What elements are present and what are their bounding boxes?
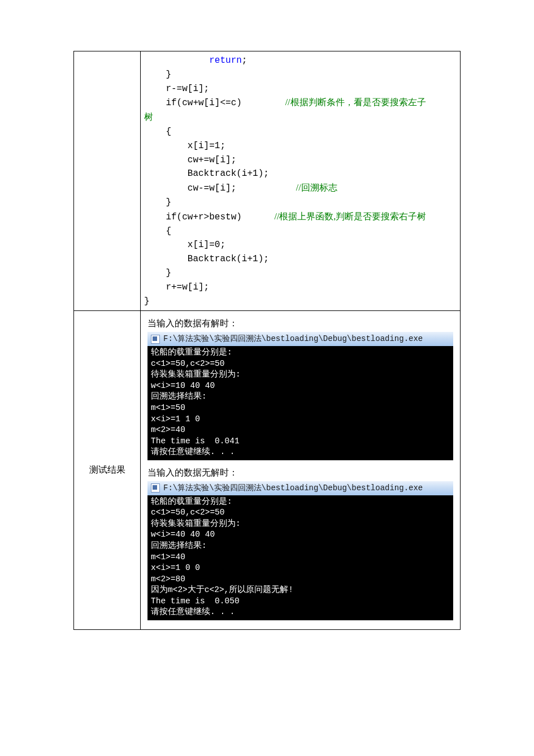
code-line: Backtrack(i+1); — [144, 254, 269, 264]
code-row-label-cell — [74, 51, 141, 311]
code-line: } — [144, 197, 171, 208]
console-titlebar: F:\算法实验\实验四回溯法\bestloading\Debug\bestloa… — [147, 481, 453, 495]
code-text: cw-=w[i]; — [144, 183, 296, 193]
code-line: cw+=w[i]; — [144, 155, 236, 165]
console-title-text: F:\算法实验\实验四回溯法\bestloading\Debug\bestloa… — [163, 334, 423, 344]
console-ok: F:\算法实验\实验四回溯法\bestloading\Debug\bestloa… — [147, 332, 453, 460]
code-comment: //根据判断条件，看是否要搜索左子 — [285, 97, 426, 107]
console-body-no: 轮船的载重量分别是: c<1>=50,c<2>=50 待装集装箱重量分别为: w… — [147, 495, 453, 620]
code-line: } — [144, 296, 150, 306]
code-line: } — [144, 70, 171, 80]
code-line: r+=w[i]; — [144, 282, 209, 292]
code-comment: //回溯标志 — [296, 183, 337, 192]
content-table: return; } r-=w[i]; if(cw+w[i]<=c) //根据判断… — [73, 51, 461, 630]
code-line: r-=w[i]; — [144, 84, 209, 94]
code-line: { — [144, 127, 171, 137]
console-no: F:\算法实验\实验四回溯法\bestloading\Debug\bestloa… — [147, 481, 453, 620]
intro-has-solution: 当输入的数据有解时： — [147, 318, 453, 330]
code-comment: //根据上界函数,判断是否要搜索右子树 — [274, 211, 426, 221]
code-line: if(cw+r>bestw) //根据上界函数,判断是否要搜索右子树 — [144, 212, 426, 222]
window-icon — [151, 335, 160, 344]
result-label-cell: 测试结果 — [74, 311, 141, 630]
code-line: return; — [144, 55, 247, 66]
console-titlebar: F:\算法实验\实验四回溯法\bestloading\Debug\bestloa… — [147, 332, 453, 346]
code-line: cw-=w[i]; //回溯标志 — [144, 183, 337, 193]
window-icon — [151, 483, 160, 493]
code-cell: return; } r-=w[i]; if(cw+w[i]<=c) //根据判断… — [141, 51, 461, 311]
code-line: x[i]=1; — [144, 141, 225, 151]
console-title-text: F:\算法实验\实验四回溯法\bestloading\Debug\bestloa… — [163, 483, 423, 494]
code-comment: 树 — [144, 112, 153, 122]
result-row: 测试结果 当输入的数据有解时： F:\算法实验\实验四回溯法\bestloadi… — [74, 311, 461, 630]
code-line: x[i]=0; — [144, 240, 225, 250]
code-line: Backtrack(i+1); — [144, 169, 269, 179]
result-label: 测试结果 — [89, 465, 125, 474]
code-row: return; } r-=w[i]; if(cw+w[i]<=c) //根据判断… — [74, 51, 461, 311]
console-body-ok: 轮船的载重量分别是: c<1>=50,c<2>=50 待装集装箱重量分别为: w… — [147, 346, 453, 460]
code-text: if(cw+w[i]<=c) — [144, 98, 285, 108]
code-line: if(cw+w[i]<=c) //根据判断条件，看是否要搜索左子 — [144, 98, 426, 108]
result-cell: 当输入的数据有解时： F:\算法实验\实验四回溯法\bestloading\De… — [141, 311, 461, 630]
intro-no-solution: 当输入的数据无解时： — [147, 467, 453, 479]
document-page: return; } r-=w[i]; if(cw+w[i]<=c) //根据判断… — [0, 0, 534, 664]
code-line: { — [144, 226, 171, 236]
code-line: } — [144, 268, 171, 278]
keyword-return: return — [209, 55, 242, 66]
code-text: if(cw+r>bestw) — [144, 212, 274, 222]
